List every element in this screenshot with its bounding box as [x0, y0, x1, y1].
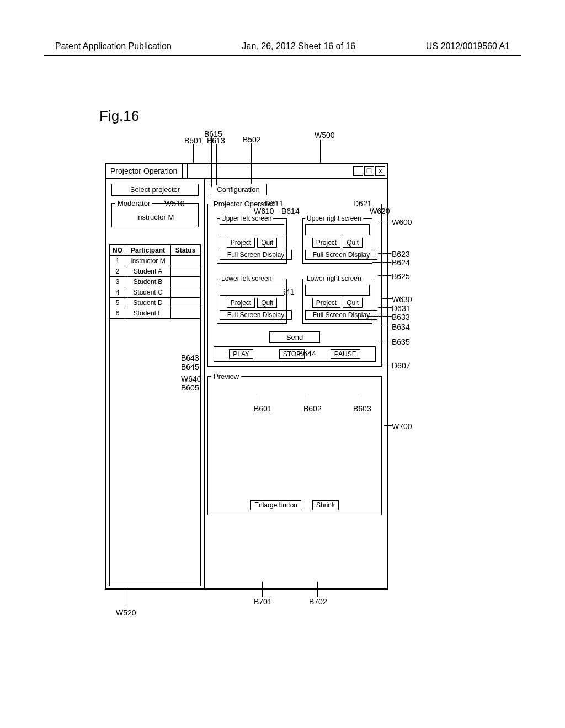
header-rule	[44, 55, 521, 56]
close-button[interactable]: ✕	[375, 166, 385, 176]
table-row[interactable]: 2Student A	[110, 266, 200, 277]
header-right: US 2012/0019560 A1	[426, 41, 510, 51]
callout-B702: B702	[309, 597, 327, 606]
lower-right-screen: Lower right screen Project Quit Full Scr…	[302, 275, 372, 324]
window-controls: _ ❐ ✕	[353, 166, 387, 176]
ur-fullscreen-button[interactable]: Full Screen Display	[305, 250, 377, 260]
table-row[interactable]: 6Student E	[110, 308, 200, 319]
send-button[interactable]: Send	[269, 331, 320, 343]
header-center: Jan. 26, 2012 Sheet 16 of 16	[242, 41, 356, 51]
figure-drawing: B501 B615 B613 B502 W500 D611 W610 B614 …	[99, 130, 408, 615]
po-legend: Projector Operation	[211, 200, 278, 208]
ul-preview[interactable]	[220, 224, 284, 235]
lr-legend: Lower right screen	[305, 275, 363, 282]
table-row[interactable]: 1Instructor M	[110, 256, 200, 266]
callout-B625: B625	[392, 272, 410, 281]
upper-left-screen: Upper left screen Project Quit Full Scre…	[217, 215, 287, 264]
tab-configuration[interactable]: Configuration	[210, 184, 267, 195]
right-panel: Configuration Projector Operation Upper …	[204, 179, 385, 590]
enlarge-button[interactable]: Enlarge button	[250, 500, 301, 510]
left-panel: Select projector Moderator Instructor M …	[106, 179, 205, 590]
ll-preview[interactable]	[220, 285, 284, 296]
col-participant: Participant	[125, 245, 171, 256]
lower-left-screen: Lower left screen Project Quit Full Scre…	[217, 275, 287, 324]
play-button[interactable]: PLAY	[229, 349, 253, 359]
col-no: NO	[110, 245, 125, 256]
callout-B701: B701	[254, 597, 272, 606]
callout-D607: D607	[392, 361, 410, 370]
shrink-button[interactable]: Shrink	[312, 500, 339, 510]
upper-right-screen: Upper right screen Project Quit Full Scr…	[302, 215, 372, 264]
table-row[interactable]: 5Student D	[110, 298, 200, 308]
stop-button[interactable]: STOP	[279, 349, 305, 359]
page: Patent Application Publication Jan. 26, …	[0, 0, 565, 728]
ul-quit-button[interactable]: Quit	[257, 238, 277, 248]
callout-W630: W630	[392, 295, 412, 304]
ul-legend: Upper left screen	[220, 215, 273, 222]
moderator-value: Instructor M	[115, 211, 195, 223]
participant-table: NO Participant Status 1Instructor M 2Stu…	[109, 244, 201, 586]
callout-B634: B634	[392, 323, 410, 331]
lr-quit-button[interactable]: Quit	[343, 298, 363, 308]
moderator-group: Moderator Instructor M	[111, 199, 199, 227]
callout-D631: D631	[392, 304, 410, 313]
callout-B635: B635	[392, 338, 410, 346]
playback-controls: PLAY STOP PAUSE	[214, 346, 376, 362]
ll-quit-button[interactable]: Quit	[257, 298, 277, 308]
header-left: Patent Application Publication	[55, 41, 172, 51]
page-header: Patent Application Publication Jan. 26, …	[0, 41, 565, 51]
titlebar: Projector Operation _ ❐ ✕	[106, 164, 387, 179]
ur-legend: Upper right screen	[305, 215, 363, 222]
ul-fullscreen-button[interactable]: Full Screen Display	[220, 250, 292, 260]
table-row[interactable]: 3Student B	[110, 277, 200, 287]
preview-legend: Preview	[211, 372, 241, 381]
callout-B633: B633	[392, 313, 410, 322]
tab-projector-operation[interactable]: Projector Operation	[106, 164, 183, 178]
callout-B502: B502	[243, 135, 261, 144]
ur-preview[interactable]	[305, 224, 370, 235]
ul-project-button[interactable]: Project	[227, 238, 255, 248]
maximize-button[interactable]: ❐	[364, 166, 374, 176]
lr-preview[interactable]	[305, 285, 370, 296]
ur-quit-button[interactable]: Quit	[343, 238, 363, 248]
callout-B624: B624	[392, 258, 410, 267]
pause-button[interactable]: PAUSE	[331, 349, 360, 359]
projector-operation-window: Projector Operation _ ❐ ✕ Select project…	[105, 163, 388, 590]
select-projector-button[interactable]: Select projector	[111, 184, 199, 196]
projector-operation-group: Projector Operation Upper left screen Pr…	[207, 200, 382, 367]
tab-divider	[183, 164, 188, 178]
lr-project-button[interactable]: Project	[312, 298, 340, 308]
table-row[interactable]: 4Student C	[110, 287, 200, 298]
ll-fullscreen-button[interactable]: Full Screen Display	[220, 310, 292, 320]
window-content: Select projector Moderator Instructor M …	[106, 179, 387, 590]
callout-W700: W700	[392, 422, 412, 431]
ll-project-button[interactable]: Project	[227, 298, 255, 308]
lr-fullscreen-button[interactable]: Full Screen Display	[305, 310, 377, 320]
col-status: Status	[171, 245, 200, 256]
ll-legend: Lower left screen	[220, 275, 273, 282]
callout-W600: W600	[392, 218, 412, 227]
minimize-button[interactable]: _	[353, 166, 363, 176]
callout-B623: B623	[392, 250, 410, 259]
preview-group: Preview Enlarge button Shrink	[207, 372, 382, 515]
ur-project-button[interactable]: Project	[312, 238, 340, 248]
callout-W500: W500	[315, 131, 335, 140]
moderator-label: Moderator	[115, 199, 152, 207]
figure-title: Fig.16	[99, 108, 139, 125]
callout-W520: W520	[116, 608, 136, 617]
